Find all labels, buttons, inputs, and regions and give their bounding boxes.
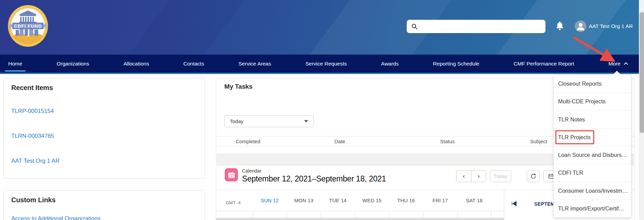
calendar-cell[interactable] bbox=[457, 211, 491, 218]
tab-service-requests[interactable]: Service Requests bbox=[305, 59, 347, 68]
custom-links-title: Custom Links bbox=[11, 196, 56, 204]
day-header-sat: SAT 18 bbox=[457, 197, 491, 211]
calendar-today-button[interactable]: Today bbox=[490, 170, 511, 182]
recent-item-link-org[interactable]: AAT Test Org 1 AR bbox=[11, 158, 60, 164]
logo-text: CDFI FUND bbox=[14, 24, 42, 29]
app-header: CDFI FUND AAT Test Org 1 AR bbox=[0, 0, 644, 55]
day-header-thu: THU 16 bbox=[389, 197, 423, 211]
menu-item-consumer-loans[interactable]: Consumer Loans/Investm… bbox=[554, 182, 631, 200]
calendar-icon bbox=[225, 168, 238, 181]
recent-item-link-tlrn[interactable]: TLRN-00034765 bbox=[11, 133, 54, 140]
scrollbar-thumb[interactable] bbox=[640, 12, 644, 133]
menu-item-tlr-import-export[interactable]: TLR import/Export/Certif… bbox=[554, 200, 631, 217]
refresh-icon bbox=[530, 173, 536, 179]
cdfi-portal-page: CDFI FUND AAT Test Org 1 AR Home Orga bbox=[0, 0, 644, 220]
global-search bbox=[407, 20, 545, 33]
tasks-date-filter-value: Today bbox=[230, 118, 243, 124]
custom-links-card: Custom Links Access to Additional Organi… bbox=[3, 190, 205, 220]
page-scrollbar bbox=[639, 0, 644, 220]
header-stripe bbox=[109, 0, 259, 55]
tab-reporting-schedule[interactable]: Reporting Schedule bbox=[433, 59, 479, 68]
calendar-cell[interactable] bbox=[355, 211, 389, 218]
tasks-date-filter[interactable]: Today bbox=[224, 115, 314, 127]
my-tasks-title: My Tasks bbox=[224, 83, 253, 90]
user-icon bbox=[575, 20, 586, 32]
tab-service-areas[interactable]: Service Areas bbox=[239, 59, 271, 68]
chevron-left-icon: ‹ bbox=[463, 173, 465, 179]
all-day-row bbox=[216, 211, 504, 218]
menu-item-tlr-projects[interactable]: TLR Projects bbox=[554, 129, 631, 146]
user-name[interactable]: AAT Test Org 1 AR bbox=[589, 23, 633, 29]
calendar-cell[interactable] bbox=[253, 211, 287, 218]
menu-item-closeout-reports[interactable]: Closeout Reports bbox=[554, 75, 631, 93]
calendar-cell[interactable] bbox=[216, 211, 253, 218]
column-status: Status bbox=[440, 138, 455, 144]
menu-item-loan-source[interactable]: Loan Source and Disburs… bbox=[554, 146, 631, 164]
day-header-mon: MON 13 bbox=[287, 197, 321, 211]
column-subject: Subject bbox=[530, 138, 547, 144]
user-avatar[interactable] bbox=[575, 20, 586, 32]
search-icon bbox=[411, 23, 418, 30]
day-header-sun: SUN 12 bbox=[253, 197, 287, 211]
calendar-cell[interactable] bbox=[321, 211, 355, 218]
custom-link-additional-orgs[interactable]: Access to Additional Organizations bbox=[11, 215, 101, 220]
column-date: Date bbox=[334, 138, 345, 144]
bell-icon bbox=[555, 21, 564, 31]
tab-more[interactable]: More bbox=[609, 59, 628, 68]
calendar-previous-button[interactable]: ‹ bbox=[456, 170, 471, 182]
recent-items-title: Recent Items bbox=[11, 84, 53, 92]
tab-allocations[interactable]: Allocations bbox=[123, 59, 149, 68]
more-menu: Closeout Reports Multi-CDE Projects TLR … bbox=[553, 75, 631, 218]
menu-item-cdfi-tlr[interactable]: CDFI TLR bbox=[554, 164, 631, 182]
day-header-fri: FRI 17 bbox=[423, 197, 457, 211]
recent-items-card: Recent Items TLRP-00015154 TLRN-00034765… bbox=[3, 78, 205, 179]
calendar-cell[interactable] bbox=[491, 211, 504, 218]
chevron-down-icon bbox=[304, 120, 308, 122]
calendar-cell[interactable] bbox=[423, 211, 457, 218]
week-day-header: GMT -4 SUN 12 MON 13 TUE 14 WED 15 THU 1… bbox=[216, 190, 504, 211]
recent-item-link-tlrp[interactable]: TLRP-00015154 bbox=[11, 108, 54, 115]
mini-calendar-prev-icon[interactable] bbox=[512, 201, 516, 206]
tab-awards[interactable]: Awards bbox=[381, 59, 399, 68]
datepicker-icon bbox=[548, 173, 554, 179]
calendar-refresh-button[interactable] bbox=[527, 170, 540, 182]
search-input[interactable] bbox=[421, 24, 545, 29]
day-header-tue: TUE 14 bbox=[321, 197, 355, 211]
timezone-label: GMT -4 bbox=[226, 200, 241, 205]
column-completed: Completed bbox=[236, 138, 260, 144]
calendar-date-range-title: September 12, 2021–September 18, 2021 bbox=[242, 174, 386, 184]
tab-home[interactable]: Home bbox=[8, 59, 22, 68]
menu-item-multi-cde-projects[interactable]: Multi-CDE Projects bbox=[554, 93, 631, 111]
tab-organizations[interactable]: Organizations bbox=[57, 59, 89, 68]
cdfi-fund-logo: CDFI FUND bbox=[8, 4, 48, 47]
tab-more-label: More bbox=[609, 61, 620, 67]
chevron-right-icon: › bbox=[478, 173, 480, 179]
main-nav: Home Organizations Allocations Contacts … bbox=[0, 55, 644, 74]
calendar-cell[interactable] bbox=[287, 211, 321, 218]
menu-item-tlr-notes[interactable]: TLR Notes bbox=[554, 111, 631, 129]
chevron-up-icon bbox=[624, 62, 628, 65]
tab-cmf-performance-report[interactable]: CMF Performance Report bbox=[514, 59, 574, 68]
calendar-next-button[interactable]: › bbox=[471, 170, 486, 182]
day-header-wed: WED 15 bbox=[355, 197, 389, 211]
calendar-cell[interactable] bbox=[389, 211, 423, 218]
calendar-label: Calendar bbox=[242, 168, 261, 174]
notifications-bell-button[interactable] bbox=[554, 20, 566, 32]
tab-contacts[interactable]: Contacts bbox=[183, 59, 204, 68]
